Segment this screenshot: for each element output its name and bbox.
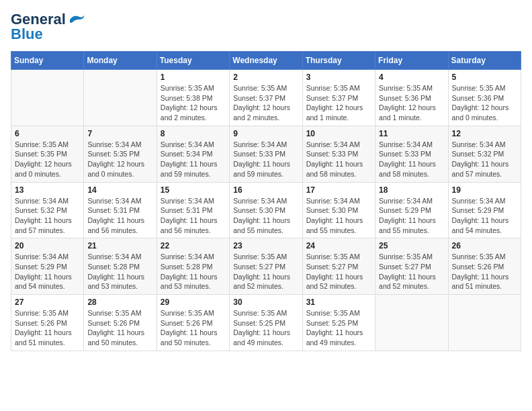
day-number: 15 — [161, 185, 226, 195]
day-number: 9 — [233, 129, 298, 138]
cell-content: Daylight: 11 hours and 50 minutes. — [87, 328, 152, 347]
calendar-cell: 26Sunrise: 5:35 AMSunset: 5:26 PMDayligh… — [448, 238, 521, 295]
cell-content: Sunrise: 5:34 AM — [15, 252, 80, 262]
calendar-cell: 11Sunrise: 5:34 AMSunset: 5:33 PMDayligh… — [375, 126, 448, 182]
cell-content: Daylight: 11 hours and 54 minutes. — [452, 216, 517, 235]
calendar-cell — [448, 295, 521, 351]
cell-content: Daylight: 11 hours and 49 minutes. — [233, 328, 298, 347]
cell-content: Daylight: 11 hours and 57 minutes. — [452, 159, 517, 179]
calendar-cell: 4Sunrise: 5:35 AMSunset: 5:36 PMDaylight… — [375, 70, 448, 126]
calendar-cell: 3Sunrise: 5:35 AMSunset: 5:37 PMDaylight… — [302, 70, 375, 126]
cell-content: Sunset: 5:33 PM — [379, 149, 444, 159]
cell-content: Sunrise: 5:35 AM — [306, 83, 371, 93]
cell-content: Daylight: 11 hours and 52 minutes. — [379, 272, 444, 291]
day-number: 27 — [15, 298, 80, 307]
cell-content: Daylight: 12 hours and 0 minutes. — [15, 159, 80, 179]
calendar-cell — [84, 70, 157, 126]
cell-content: Sunrise: 5:35 AM — [306, 252, 371, 262]
calendar-cell: 24Sunrise: 5:35 AMSunset: 5:27 PMDayligh… — [302, 238, 375, 295]
logo-bird-icon — [67, 13, 86, 26]
cell-content: Daylight: 11 hours and 55 minutes. — [379, 216, 444, 235]
logo: General Blue — [11, 11, 86, 43]
cell-content: Daylight: 11 hours and 55 minutes. — [306, 216, 371, 235]
day-number: 29 — [161, 298, 226, 307]
cell-content: Sunrise: 5:34 AM — [87, 140, 152, 150]
cell-content: Sunset: 5:27 PM — [306, 262, 371, 272]
cell-content: Sunrise: 5:35 AM — [306, 308, 371, 318]
calendar-cell: 14Sunrise: 5:34 AMSunset: 5:31 PMDayligh… — [84, 182, 157, 238]
day-header-friday: Friday — [375, 52, 448, 70]
day-header-monday: Monday — [84, 52, 157, 70]
cell-content: Daylight: 11 hours and 58 minutes. — [379, 159, 444, 179]
day-number: 23 — [233, 241, 298, 250]
calendar-cell: 25Sunrise: 5:35 AMSunset: 5:27 PMDayligh… — [375, 238, 448, 295]
cell-content: Sunrise: 5:34 AM — [452, 196, 517, 206]
day-number: 25 — [379, 241, 444, 250]
day-number: 18 — [379, 185, 444, 195]
cell-content: Sunrise: 5:35 AM — [452, 83, 517, 93]
calendar-cell: 2Sunrise: 5:35 AMSunset: 5:37 PMDaylight… — [230, 70, 302, 126]
calendar-cell: 31Sunrise: 5:35 AMSunset: 5:25 PMDayligh… — [302, 295, 375, 351]
calendar-cell: 20Sunrise: 5:34 AMSunset: 5:29 PMDayligh… — [11, 238, 84, 295]
cell-content: Sunrise: 5:35 AM — [161, 83, 226, 93]
cell-content: Sunset: 5:27 PM — [379, 262, 444, 272]
day-header-tuesday: Tuesday — [157, 52, 229, 70]
cell-content: Sunset: 5:28 PM — [87, 262, 152, 272]
calendar-cell: 30Sunrise: 5:35 AMSunset: 5:25 PMDayligh… — [230, 295, 302, 351]
cell-content: Sunset: 5:30 PM — [233, 205, 298, 216]
day-number: 1 — [161, 73, 226, 82]
calendar-cell: 16Sunrise: 5:34 AMSunset: 5:30 PMDayligh… — [230, 182, 302, 238]
cell-content: Sunrise: 5:35 AM — [233, 252, 298, 262]
calendar-cell: 29Sunrise: 5:35 AMSunset: 5:26 PMDayligh… — [157, 295, 229, 351]
calendar-week-3: 13Sunrise: 5:34 AMSunset: 5:32 PMDayligh… — [11, 182, 521, 238]
cell-content: Sunrise: 5:34 AM — [452, 140, 517, 150]
cell-content: Sunrise: 5:34 AM — [233, 140, 298, 150]
calendar-cell: 15Sunrise: 5:34 AMSunset: 5:31 PMDayligh… — [157, 182, 229, 238]
day-number: 17 — [306, 185, 371, 195]
day-number: 3 — [306, 73, 371, 82]
cell-content: Sunset: 5:36 PM — [379, 93, 444, 103]
cell-content: Sunset: 5:27 PM — [233, 262, 298, 272]
cell-content: Sunset: 5:32 PM — [15, 205, 80, 216]
cell-content: Sunset: 5:29 PM — [15, 262, 80, 272]
cell-content: Sunset: 5:29 PM — [379, 205, 444, 216]
day-header-wednesday: Wednesday — [230, 52, 302, 70]
calendar-cell: 23Sunrise: 5:35 AMSunset: 5:27 PMDayligh… — [230, 238, 302, 295]
cell-content: Sunset: 5:33 PM — [306, 149, 371, 159]
calendar-cell: 28Sunrise: 5:35 AMSunset: 5:26 PMDayligh… — [84, 295, 157, 351]
cell-content: Sunrise: 5:34 AM — [87, 252, 152, 262]
day-number: 16 — [233, 185, 298, 195]
day-number: 6 — [15, 129, 80, 138]
cell-content: Sunrise: 5:34 AM — [15, 196, 80, 206]
cell-content: Sunrise: 5:35 AM — [15, 308, 80, 318]
cell-content: Daylight: 11 hours and 53 minutes. — [161, 272, 226, 291]
cell-content: Sunrise: 5:34 AM — [161, 140, 226, 150]
day-number: 20 — [15, 241, 80, 250]
day-number: 26 — [452, 241, 517, 250]
cell-content: Daylight: 11 hours and 52 minutes. — [233, 272, 298, 291]
cell-content: Daylight: 11 hours and 50 minutes. — [161, 328, 226, 347]
day-number: 10 — [306, 129, 371, 138]
day-number: 28 — [87, 298, 152, 307]
calendar-header-row: SundayMondayTuesdayWednesdayThursdayFrid… — [11, 52, 521, 70]
cell-content: Daylight: 11 hours and 51 minutes. — [452, 272, 517, 291]
calendar-cell — [11, 70, 84, 126]
calendar-cell: 5Sunrise: 5:35 AMSunset: 5:36 PMDaylight… — [448, 70, 521, 126]
cell-content: Sunset: 5:37 PM — [306, 93, 371, 103]
cell-content: Sunrise: 5:34 AM — [161, 196, 226, 206]
calendar-cell — [375, 295, 448, 351]
page-header: General Blue — [11, 11, 521, 43]
day-number: 13 — [15, 185, 80, 195]
calendar-cell: 18Sunrise: 5:34 AMSunset: 5:29 PMDayligh… — [375, 182, 448, 238]
day-header-saturday: Saturday — [448, 52, 521, 70]
cell-content: Sunset: 5:32 PM — [452, 149, 517, 159]
cell-content: Sunrise: 5:34 AM — [87, 196, 152, 206]
cell-content: Sunset: 5:29 PM — [452, 205, 517, 216]
cell-content: Sunrise: 5:35 AM — [15, 140, 80, 150]
cell-content: Daylight: 11 hours and 56 minutes. — [87, 216, 152, 235]
calendar-table: SundayMondayTuesdayWednesdayThursdayFrid… — [11, 51, 521, 351]
cell-content: Daylight: 12 hours and 2 minutes. — [161, 103, 226, 122]
cell-content: Sunset: 5:26 PM — [87, 318, 152, 328]
cell-content: Sunrise: 5:35 AM — [233, 83, 298, 93]
cell-content: Sunset: 5:30 PM — [306, 205, 371, 216]
